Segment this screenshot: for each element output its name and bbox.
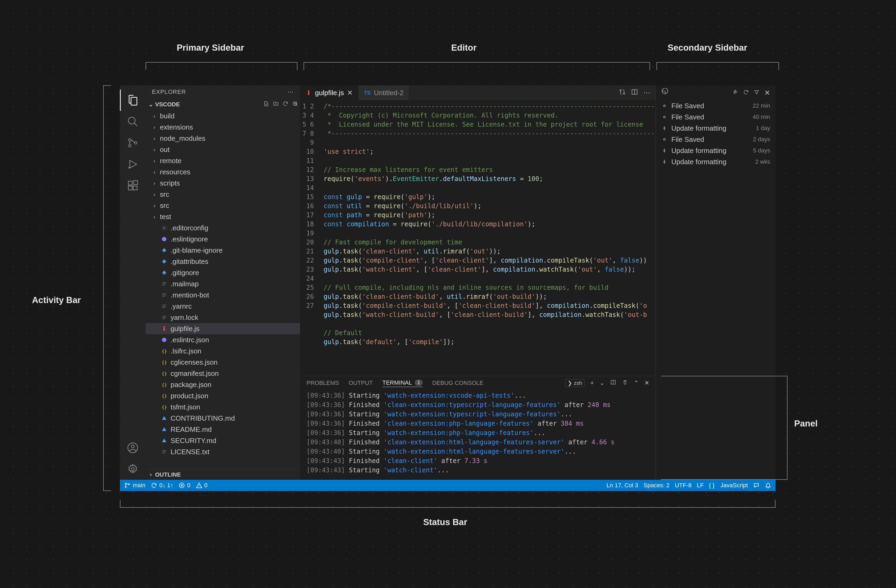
chevron-right-icon: › [148, 471, 154, 478]
tree-item-src[interactable]: ›src [146, 189, 300, 200]
terminal-output[interactable]: [09:43:36] Starting 'watch-extension:vsc… [300, 390, 655, 480]
collapse-all-icon[interactable] [292, 101, 298, 108]
svg-point-30 [664, 116, 666, 118]
panel-tab-problems[interactable]: PROBLEMS [306, 379, 339, 387]
timeline-label: Update formatting [671, 146, 727, 155]
source-control-icon[interactable] [120, 132, 146, 154]
new-folder-icon[interactable] [273, 101, 279, 108]
tree-item-license-txt[interactable]: LICENSE.txt [146, 446, 300, 457]
split-editor-icon[interactable] [631, 88, 638, 97]
close-secondary-icon[interactable]: ✕ [764, 89, 770, 97]
tree-item-test[interactable]: ›test [146, 211, 300, 222]
timeline-item[interactable]: Update formatting5 days [656, 145, 776, 156]
svg-marker-17 [162, 271, 166, 275]
timeline-item[interactable]: File Saved40 min [656, 111, 776, 123]
timeline-item[interactable]: Update formatting2 wks [656, 156, 776, 168]
compare-changes-icon[interactable] [619, 88, 626, 97]
tree-item-node-modules[interactable]: ›node_modules [146, 133, 300, 144]
more-actions-icon[interactable]: ⋯ [643, 89, 650, 97]
cursor-position[interactable]: Ln 17, Col 3 [606, 482, 638, 489]
tree-item-readme-md[interactable]: README.md [146, 424, 300, 435]
tree-section-header[interactable]: ⌄ VSCODE [146, 99, 300, 110]
tree-item-scripts[interactable]: ›scripts [146, 178, 300, 189]
sidebar-more-icon[interactable]: ⋯ [288, 88, 294, 95]
svg-marker-15 [162, 248, 166, 253]
pin-icon[interactable] [732, 89, 738, 97]
maximize-panel-icon[interactable]: ⌃ [634, 379, 638, 387]
file-name: SECURITY.md [171, 437, 216, 445]
errors-indicator[interactable]: 0 [178, 482, 190, 489]
chevron-right-icon: › [154, 169, 160, 175]
editor-content[interactable]: /*--------------------------------------… [319, 100, 655, 376]
tree-item-cgmanifest-json[interactable]: {}cgmanifest.json [146, 368, 300, 379]
timeline-item[interactable]: File Saved2 days [656, 134, 776, 145]
sync-counts: 0↓ 1↑ [159, 482, 174, 489]
panel-tab-output[interactable]: OUTPUT [349, 379, 373, 387]
notifications-icon[interactable] [765, 482, 771, 489]
branch-indicator[interactable]: main [124, 482, 146, 489]
tree-item--lsifrc-json[interactable]: {}.lsifrc.json [146, 346, 300, 356]
language-status[interactable]: { } JavaScript [709, 482, 748, 489]
new-file-icon[interactable] [263, 101, 269, 108]
panel-tab-terminal[interactable]: TERMINAL 1 [382, 379, 423, 387]
tree-item-package-json[interactable]: {}package.json [146, 379, 300, 390]
refresh-timeline-icon[interactable] [743, 89, 749, 97]
tree-item-contributing-md[interactable]: CONTRIBUTING.md [146, 413, 300, 424]
tree-item-remote[interactable]: ›remote [146, 155, 300, 166]
tree-item--git-blame-ignore[interactable]: .git-blame-ignore [146, 245, 300, 256]
tree-item-build[interactable]: ›build [146, 110, 300, 122]
tree-item--yarnrc[interactable]: .yarnrc [146, 301, 300, 312]
kill-terminal-icon[interactable] [622, 379, 628, 387]
tree-item-resources[interactable]: ›resources [146, 166, 300, 178]
tree-item--eslintrc-json[interactable]: .eslintrc.json [146, 334, 300, 346]
tree-item-extensions[interactable]: ›extensions [146, 122, 300, 133]
tree-item--gitignore[interactable]: .gitignore [146, 267, 300, 278]
annotation-activity-bar: Activity Bar [32, 295, 81, 305]
tree-item-src[interactable]: ›src [146, 200, 300, 211]
svg-text:{}: {} [162, 349, 167, 354]
tree-item-yarn-lock[interactable]: yarn.lock [146, 312, 300, 323]
terminal-dropdown-icon[interactable]: ⌄ [600, 379, 605, 387]
encoding-status[interactable]: UTF-8 [675, 482, 691, 489]
tree-item--editorconfig[interactable]: .editorconfig [146, 222, 300, 233]
close-panel-icon[interactable]: ✕ [645, 379, 649, 387]
tree-item--mention-bot[interactable]: .mention-bot [146, 289, 300, 301]
extensions-icon[interactable] [120, 175, 146, 196]
tree-item-tsfmt-json[interactable]: {}tsfmt.json [146, 401, 300, 413]
eol-status[interactable]: LF [697, 482, 704, 489]
outline-header[interactable]: › OUTLINE [146, 469, 300, 480]
search-icon[interactable] [120, 111, 146, 132]
tree-item-out[interactable]: ›out [146, 144, 300, 155]
new-terminal-icon[interactable]: + [590, 379, 594, 387]
run-debug-icon[interactable] [120, 154, 146, 175]
filter-icon[interactable] [754, 89, 760, 97]
panel-tab-debug[interactable]: DEBUG CONSOLE [432, 379, 483, 387]
tree-item-cglicenses-json[interactable]: {}cglicenses.json [146, 356, 300, 368]
tab-gulpfile[interactable]: gulpfile.js ✕ [300, 85, 358, 100]
feedback-icon[interactable] [753, 482, 760, 489]
svg-point-33 [664, 150, 665, 151]
svg-point-3 [134, 142, 137, 144]
refresh-icon[interactable] [282, 101, 288, 108]
code-editor[interactable]: 1 2 3 4 5 6 7 8 9 10 11 12 13 14 15 16 1… [300, 100, 655, 376]
terminal-shell-label[interactable]: ❯ zsh [565, 379, 584, 387]
indentation-status[interactable]: Spaces: 2 [643, 482, 669, 489]
warnings-indicator[interactable]: 0 [196, 482, 207, 489]
explorer-icon[interactable] [120, 90, 146, 111]
tree-item--gitattributes[interactable]: .gitattributes [146, 256, 300, 267]
tree-item-gulpfile-js[interactable]: gulpfile.js [146, 323, 300, 334]
close-icon[interactable]: ✕ [347, 89, 353, 97]
sync-indicator[interactable]: 0↓ 1↑ [151, 482, 174, 489]
timeline-item[interactable]: Update formatting1 day [656, 123, 776, 134]
account-icon[interactable] [120, 437, 146, 459]
tree-item--mailmap[interactable]: .mailmap [146, 278, 300, 289]
tree-item-product-json[interactable]: {}product.json [146, 390, 300, 401]
lines-icon [160, 302, 168, 311]
git-commit-icon [661, 159, 667, 165]
timeline-item[interactable]: File Saved22 min [656, 100, 776, 111]
tree-item-security-md[interactable]: SECURITY.md [146, 435, 300, 446]
tree-item--eslintignore[interactable]: .eslintignore [146, 233, 300, 245]
tab-untitled[interactable]: TS Untitled-2 [358, 85, 409, 100]
split-terminal-icon[interactable] [610, 379, 616, 387]
settings-gear-icon[interactable] [120, 459, 146, 480]
